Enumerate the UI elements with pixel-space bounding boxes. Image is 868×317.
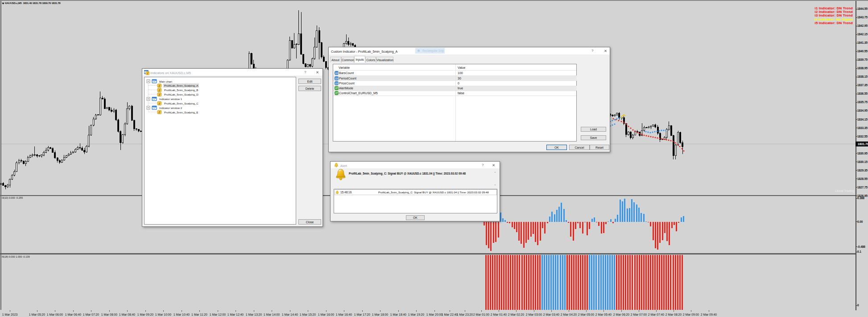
svg-text:123: 123: [335, 77, 338, 79]
svg-text:123: 123: [335, 82, 338, 84]
svg-text:123: 123: [335, 72, 338, 75]
